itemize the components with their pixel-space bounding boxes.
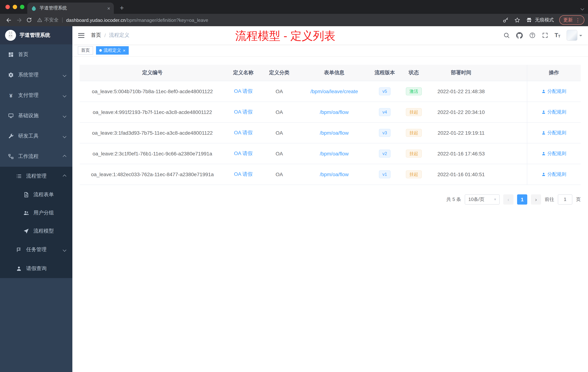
page-content: 定义编号 定义名称 定义分类 表单信息 流程版本 状态 部署时间 操作 bbox=[72, 57, 588, 372]
workspace: 芋道管理系统 首页 系统管理 ¥ 支付管理 bbox=[0, 26, 588, 372]
assign-rule-link[interactable]: 分配规则 bbox=[542, 171, 566, 177]
assign-rule-link[interactable]: 分配规则 bbox=[542, 150, 566, 157]
user-icon bbox=[542, 110, 546, 114]
sidebar-item-task-management[interactable]: 任务管理 bbox=[0, 240, 72, 259]
definition-name-link[interactable]: OA 请假 bbox=[234, 150, 253, 156]
col-spacer bbox=[493, 65, 527, 81]
page-size-select[interactable]: 10条/页 ▾ bbox=[465, 194, 500, 204]
form-link[interactable]: /bpm/oa/flow bbox=[320, 151, 349, 156]
table-row: oa_leave:4:991f2193-7b7f-11ec-a3c8-acde4… bbox=[80, 101, 581, 122]
assign-rule-link[interactable]: 分配规则 bbox=[542, 109, 566, 115]
breadcrumb-home[interactable]: 首页 bbox=[91, 32, 101, 39]
col-form-info: 表单信息 bbox=[297, 65, 371, 81]
tab-search-chevron-icon[interactable] bbox=[581, 5, 584, 11]
tab-close-icon[interactable]: × bbox=[107, 6, 110, 11]
form-link[interactable]: /bpm/oa/flow bbox=[320, 171, 349, 177]
forward-button[interactable] bbox=[14, 15, 24, 25]
sidebar-item-home[interactable]: 首页 bbox=[0, 44, 72, 65]
help-icon[interactable] bbox=[529, 32, 536, 39]
screen: 芋道管理系统 × + 不安全 dashboard.yudao.iocoder.c… bbox=[0, 0, 588, 372]
tag-process-definition[interactable]: 流程定义 × bbox=[96, 46, 129, 55]
definition-name-link[interactable]: OA 请假 bbox=[234, 109, 253, 114]
workflow-icon bbox=[8, 153, 14, 159]
sidebar-item-payment[interactable]: ¥ 支付管理 bbox=[0, 85, 72, 106]
browser-tab[interactable]: 芋道管理系统 × bbox=[27, 2, 114, 14]
back-button[interactable] bbox=[4, 15, 14, 25]
sidebar-item-label: 流程模型 bbox=[33, 228, 54, 234]
goto-label: 前往 bbox=[545, 196, 554, 203]
tab-favicon-icon bbox=[31, 5, 37, 11]
fullscreen-icon[interactable] bbox=[542, 32, 548, 39]
status-badge: 激活 bbox=[406, 87, 422, 95]
row-spacer bbox=[493, 122, 527, 143]
toolbar-right: 无痕模式 更新 ⋮ bbox=[503, 15, 584, 25]
new-tab-button[interactable]: + bbox=[117, 3, 126, 13]
sidebar-item-system[interactable]: 系统管理 bbox=[0, 65, 72, 85]
col-process-version: 流程版本 bbox=[371, 65, 398, 81]
sidebar-item-process-management[interactable]: 流程管理 bbox=[0, 167, 72, 186]
window-minimize-button[interactable] bbox=[13, 5, 17, 9]
definition-name-link[interactable]: OA 请假 bbox=[234, 88, 253, 94]
security-label: 不安全 bbox=[44, 17, 59, 23]
window-zoom-button[interactable] bbox=[20, 5, 24, 9]
definition-id: oa_leave:3:1fad3d93-7b75-11ec-a3c8-acde4… bbox=[92, 130, 213, 136]
definition-name-link[interactable]: OA 请假 bbox=[234, 129, 253, 135]
sidebar-item-process-model[interactable]: 流程模型 bbox=[0, 222, 72, 240]
sidebar-item-infrastructure[interactable]: 基础设施 bbox=[0, 106, 72, 126]
url-text[interactable]: dashboard.yudao.iocoder.cn/bpm/manager/d… bbox=[66, 17, 208, 23]
next-page-button[interactable]: › bbox=[531, 194, 541, 204]
sidebar-item-label: 流程管理 bbox=[26, 173, 47, 179]
sidebar-item-label: 请假查询 bbox=[26, 265, 47, 272]
breadcrumb: 首页 / 流程定义 bbox=[91, 32, 129, 39]
tag-close-icon[interactable]: × bbox=[123, 48, 126, 53]
avatar[interactable] bbox=[567, 30, 578, 41]
version-badge: v1 bbox=[379, 170, 390, 178]
list-icon bbox=[16, 173, 22, 179]
assign-rule-link[interactable]: 分配规则 bbox=[542, 129, 566, 136]
col-definition-id: 定义编号 bbox=[80, 65, 225, 81]
chrome-update-button[interactable]: 更新 ⋮ bbox=[559, 15, 584, 25]
prev-page-button[interactable]: ‹ bbox=[503, 194, 514, 204]
form-link[interactable]: /bpm/oa/flow bbox=[320, 109, 349, 115]
col-actions: 操作 bbox=[527, 65, 581, 81]
user-icon bbox=[542, 172, 546, 176]
security-indicator[interactable]: 不安全 bbox=[37, 17, 59, 23]
table-row: oa_leave:5:004b710b-7b8a-11ec-8ef0-acde4… bbox=[80, 81, 581, 101]
tag-home[interactable]: 首页 bbox=[78, 46, 93, 55]
bookmark-star-icon[interactable] bbox=[514, 17, 520, 23]
version-badge: v3 bbox=[379, 129, 390, 137]
page-number-button[interactable]: 1 bbox=[517, 194, 527, 204]
goto-page-input[interactable] bbox=[558, 194, 572, 204]
address-bar[interactable]: 不安全 dashboard.yudao.iocoder.cn/bpm/manag… bbox=[37, 17, 498, 23]
user-avatar-menu[interactable] bbox=[567, 30, 582, 41]
top-navbar: 首页 / 流程定义 流程模型 - 定义列表 bbox=[72, 26, 588, 44]
font-size-icon[interactable]: TT bbox=[555, 33, 560, 38]
breadcrumb-current: 流程定义 bbox=[109, 32, 129, 39]
form-link[interactable]: /bpm/oa/leave/create bbox=[310, 88, 358, 94]
sidebar-item-devtools[interactable]: 研发工具 bbox=[0, 126, 72, 146]
sidebar-item-user-group[interactable]: 用户分组 bbox=[0, 204, 72, 222]
monitor-icon bbox=[8, 113, 14, 119]
deploy-time: 2022-01-22 20:34:10 bbox=[437, 109, 485, 115]
window-close-button[interactable] bbox=[5, 5, 10, 9]
assign-rule-link[interactable]: 分配规则 bbox=[542, 88, 566, 94]
chevron-up-icon bbox=[63, 155, 66, 158]
reload-button[interactable] bbox=[24, 15, 34, 25]
sidebar-item-label: 任务管理 bbox=[26, 246, 47, 253]
github-icon[interactable] bbox=[516, 32, 523, 39]
definition-name-link[interactable]: OA 请假 bbox=[234, 171, 253, 177]
sidebar-item-process-form[interactable]: 流程表单 bbox=[0, 186, 72, 204]
chrome-menu-icon[interactable]: ⋮ bbox=[575, 17, 580, 22]
sidebar-item-label: 用户分组 bbox=[33, 210, 54, 216]
page-annotation: 流程模型 - 定义列表 bbox=[235, 28, 336, 44]
form-link[interactable]: /bpm/oa/flow bbox=[320, 130, 349, 136]
sidebar-item-leave-query[interactable]: 请假查询 bbox=[0, 259, 72, 278]
search-icon[interactable] bbox=[503, 32, 510, 39]
sidebar-logo[interactable]: 芋道管理系统 bbox=[0, 26, 72, 44]
password-key-icon[interactable] bbox=[503, 17, 509, 23]
tags-view-bar: 首页 流程定义 × bbox=[72, 44, 588, 57]
sidebar-toggle-button[interactable] bbox=[78, 33, 84, 38]
sidebar-item-label: 支付管理 bbox=[18, 92, 39, 99]
paper-plane-icon bbox=[23, 228, 29, 234]
sidebar-item-workflow[interactable]: 工作流程 bbox=[0, 146, 72, 167]
